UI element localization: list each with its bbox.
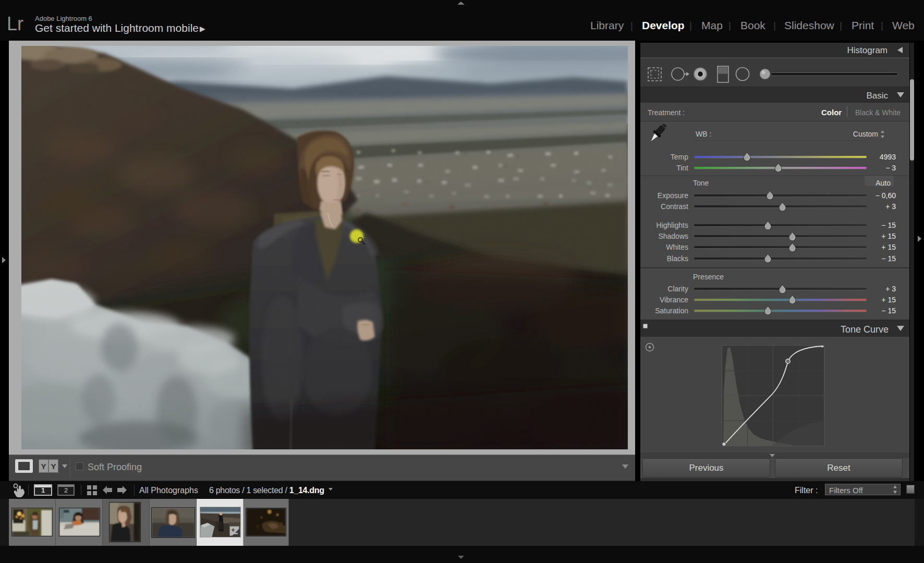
- svg-text:+: +: [232, 527, 235, 534]
